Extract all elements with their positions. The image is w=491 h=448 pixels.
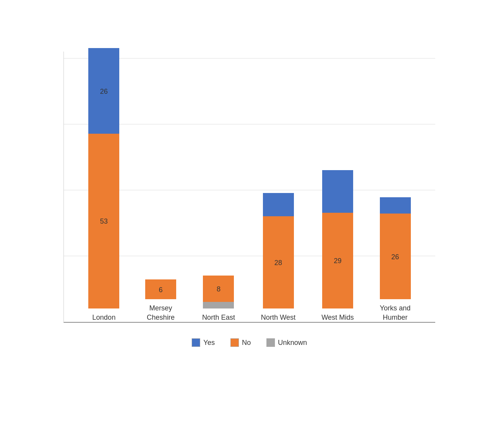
x-axis-label: MerseyCheshire [147,304,175,322]
legend-item-unknown: Unknown [266,338,307,347]
x-axis-label: North East [202,313,235,322]
bar-group: 8North East [202,276,235,322]
x-axis-label: North West [261,313,296,322]
bar-segment-yes [322,170,353,213]
x-axis-label: London [92,313,115,322]
legend-color-box-no [230,338,239,347]
bar-stack: 26 [380,197,411,300]
legend-label-yes: Yes [203,339,215,347]
bar-stack: 8 [203,276,234,308]
bar-group: 28North West [261,193,296,322]
x-axis-label: West Mids [321,313,354,322]
bar-segment-no: 28 [263,216,294,308]
bar-segment-no: 8 [203,276,234,302]
bar-group: 26Yorks andHumber [380,197,411,322]
bar-segment-no: 26 [380,214,411,299]
bar-segment-no: 6 [145,279,176,299]
bar-segment-yes: 26 [88,48,119,134]
x-axis-label: Yorks andHumber [380,304,410,322]
bar-stack: 6 [145,279,176,299]
chart-legend: YesNoUnknown [64,338,435,347]
bar-no-label: 28 [275,259,282,267]
bar-yes-label: 26 [100,88,108,96]
bar-no-label: 26 [391,253,399,261]
bar-group: 6MerseyCheshire [145,279,176,322]
bar-segment-unknown [203,302,234,308]
bar-stack: 5326 [88,48,119,308]
bar-no-label: 29 [334,257,342,265]
bar-no-label: 53 [100,217,108,226]
bar-segment-yes [380,197,411,214]
bar-no-label: 8 [216,285,220,293]
bar-group: 5326London [88,48,119,322]
legend-color-box-yes [192,338,200,347]
bar-segment-yes [263,193,294,216]
chart-area: 5326London6MerseyCheshire8North East28No… [64,52,435,323]
chart-container: 5326London6MerseyCheshire8North East28No… [33,21,458,427]
bar-segment-no: 53 [88,134,119,308]
bar-stack: 29 [322,170,353,308]
bar-stack: 28 [263,193,294,308]
bar-segment-no: 29 [322,213,353,308]
legend-label-unknown: Unknown [278,339,307,347]
legend-item-yes: Yes [192,338,215,347]
bar-no-label: 6 [159,286,163,294]
bar-group: 29West Mids [321,170,354,322]
legend-label-no: No [242,339,251,347]
legend-color-box-unknown [266,338,275,347]
legend-item-no: No [230,338,251,347]
